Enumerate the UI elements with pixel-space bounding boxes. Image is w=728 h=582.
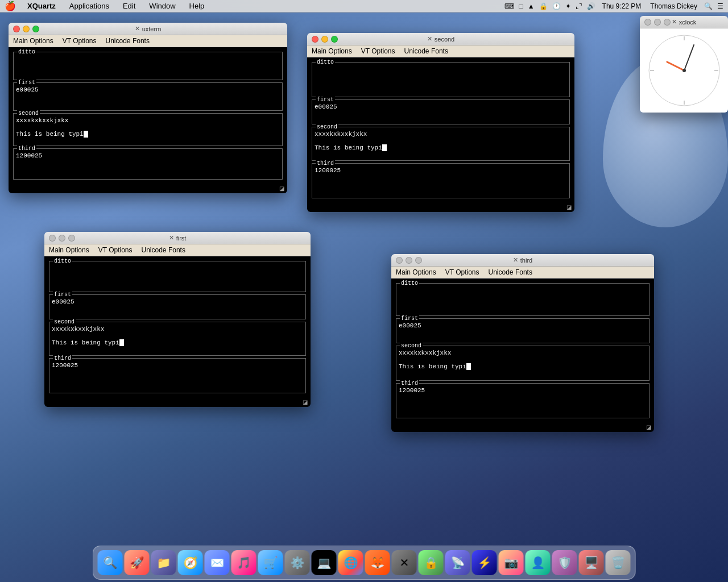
menubar-right: ⌨ □ ▲ 🔒 🕐 ✦ ⌞⌝ 🔊 Thu 9:22 PM Thomas Dick… [504, 2, 723, 10]
third-menu-unicode[interactable]: Unicode Fonts [489, 268, 532, 276]
xclock-min-button[interactable] [654, 19, 661, 26]
uxterm-field-first[interactable]: first e00025 [13, 82, 283, 111]
second-field-second[interactable]: second xxxxkxkxxkjxkx This is being typi [312, 127, 570, 161]
uxterm-body: Main Options VT Options Unicode Fonts di… [9, 35, 287, 184]
third-menu-vt[interactable]: VT Options [445, 268, 479, 276]
second-max-button[interactable] [331, 36, 338, 43]
dock-icon-files[interactable]: 📁 [151, 550, 176, 575]
uxterm-field-third[interactable]: third 1200025 [13, 148, 283, 180]
apple-logo[interactable]: 🍎 [5, 1, 16, 11]
first-min-button[interactable] [59, 235, 65, 242]
cursor4 [466, 363, 471, 370]
third-menu-main[interactable]: Main Options [396, 268, 436, 276]
menubar-item-xquartz[interactable]: XQuartz [25, 2, 58, 10]
uxterm-title: ✕ uxterm [135, 25, 162, 32]
dock-icon-launchpad[interactable]: 🚀 [125, 550, 150, 575]
dock-icon-safari[interactable]: 🧭 [178, 550, 203, 575]
first-menu-main[interactable]: Main Options [49, 246, 89, 254]
second-min-button[interactable] [321, 36, 328, 43]
dock-icon-photos[interactable]: 📷 [499, 550, 524, 575]
menubar-item-edit[interactable]: Edit [121, 2, 138, 10]
menubar: 🍎 XQuartz Applications Edit Window Help … [0, 0, 728, 13]
third-max-button[interactable] [415, 257, 422, 264]
cursor [84, 131, 88, 138]
second-field-first[interactable]: first e00025 [312, 99, 570, 124]
dock-icon-bluetooth[interactable]: ⚡ [472, 550, 497, 575]
xclock-titlebar: ✕ xclock [640, 16, 728, 28]
second-menu-main[interactable]: Main Options [312, 47, 352, 55]
first-menu-vt[interactable]: VT Options [98, 246, 133, 254]
dock-icon-chrome[interactable]: 🌐 [338, 550, 363, 575]
dock-icon-finder[interactable]: 🔍 [98, 550, 123, 575]
dock-icon-terminal[interactable]: 💻 [312, 550, 337, 575]
dock-icon-trash[interactable]: 🗑️ [606, 550, 631, 575]
uxterm-field-ditto[interactable]: ditto [13, 52, 283, 80]
xclock-max-button[interactable] [664, 19, 671, 26]
uxterm-field-second[interactable]: second xxxxkxkxxkjxkx This is being typi [13, 113, 283, 146]
dock-icon-monitor[interactable]: 🖥️ [579, 550, 604, 575]
uxterm-close-button[interactable] [13, 26, 20, 32]
first-title: ✕ first [169, 234, 187, 242]
svg-point-8 [682, 69, 686, 72]
first-field-ditto[interactable]: ditto [49, 261, 306, 292]
third-field-first[interactable]: first e00025 [396, 318, 650, 343]
uxterm-terminal[interactable]: ditto first e00025 second xxxxkxkxxkjxkx… [9, 47, 287, 184]
first-resize-handle[interactable]: ◪ [303, 399, 309, 406]
first-close-button[interactable] [49, 235, 56, 242]
menubar-icon-menu[interactable]: ☰ [717, 2, 723, 10]
third-field-third[interactable]: third 1200025 [396, 383, 650, 418]
menubar-datetime: Thu 9:22 PM [600, 2, 644, 10]
dock-icon-security[interactable]: 🔒 [419, 550, 444, 575]
dock-icon-network[interactable]: 📡 [445, 550, 470, 575]
dock-icon-vpn[interactable]: 🛡️ [552, 550, 577, 575]
xclock-title-icon: ✕ [672, 18, 677, 26]
menubar-icon-search[interactable]: 🔍 [704, 2, 713, 10]
menubar-item-window[interactable]: Window [147, 2, 177, 10]
uxterm-menu-unicode[interactable]: Unicode Fonts [106, 37, 150, 45]
uxterm-resize-handle[interactable]: ◪ [279, 185, 286, 192]
first-menu-unicode[interactable]: Unicode Fonts [142, 246, 185, 254]
third-min-button[interactable] [406, 257, 412, 264]
menubar-item-help[interactable]: Help [187, 2, 207, 10]
first-field-third[interactable]: third 1200025 [49, 358, 306, 393]
first-max-button[interactable] [68, 235, 75, 242]
menubar-item-applications[interactable]: Applications [67, 2, 111, 10]
xclock-close-button[interactable] [644, 19, 651, 26]
second-field-third[interactable]: third 1200025 [312, 163, 570, 198]
third-traffic-lights [396, 257, 422, 264]
dock-icon-appstore[interactable]: 🛒 [258, 550, 283, 575]
third-menubar: Main Options VT Options Unicode Fonts [391, 267, 654, 278]
third-titlebar: ✕ third [391, 254, 654, 267]
uxterm-menu-vt[interactable]: VT Options [63, 37, 97, 45]
first-terminal[interactable]: ditto first e00025 second xxxxkxkxxkjxkx… [44, 256, 311, 398]
dock-icon-firefox[interactable]: 🦊 [365, 550, 390, 575]
uxterm-min-button[interactable] [23, 26, 30, 32]
third-resize-handle[interactable]: ◪ [646, 424, 653, 431]
xclock-face [640, 28, 728, 113]
uxterm-max-button[interactable] [32, 26, 39, 32]
dock-icon-itunes[interactable]: 🎵 [231, 550, 257, 575]
dock-icon-x11[interactable]: ✕ [392, 550, 417, 575]
menubar-icon-keyboard: ⌨ [504, 2, 514, 10]
dock-icon-mail[interactable]: ✉️ [205, 550, 230, 575]
second-menu-unicode[interactable]: Unicode Fonts [404, 47, 448, 55]
uxterm-menu-main[interactable]: Main Options [13, 37, 53, 45]
first-field-second[interactable]: second xxxxkxkxxkjxkx This is being typi [49, 322, 306, 356]
window-xclock: ✕ xclock [640, 16, 728, 113]
cursor2 [382, 144, 387, 151]
uxterm-title-icon: ✕ [135, 25, 140, 32]
third-close-button[interactable] [396, 257, 403, 264]
dock-icon-syspref[interactable]: ⚙️ [285, 550, 310, 575]
second-field-ditto[interactable]: ditto [312, 62, 570, 97]
second-close-button[interactable] [312, 36, 318, 43]
third-terminal[interactable]: ditto first e00025 second xxxxkxkxxkjxkx… [391, 278, 654, 423]
second-resize-handle[interactable]: ◪ [566, 204, 573, 211]
second-title: ✕ second [427, 35, 454, 43]
dock-icon-contacts[interactable]: 👤 [526, 550, 551, 575]
first-title-icon: ✕ [169, 234, 174, 242]
second-terminal[interactable]: ditto first e00025 second xxxxkxkxxkjxkx… [307, 57, 574, 203]
second-menu-vt[interactable]: VT Options [361, 47, 395, 55]
third-field-ditto[interactable]: ditto [396, 283, 650, 316]
third-field-second[interactable]: second xxxxkxkxxkjxkx This is being typi [396, 346, 650, 381]
first-field-first[interactable]: first e00025 [49, 294, 306, 319]
